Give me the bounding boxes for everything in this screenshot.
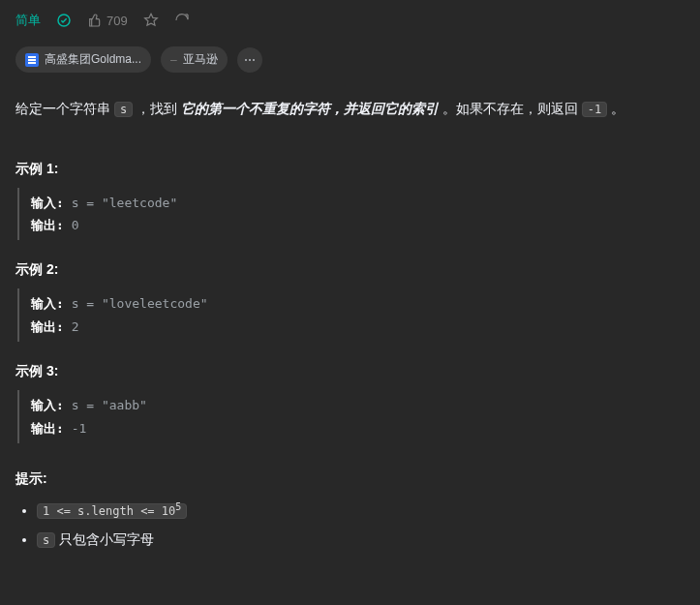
company-tag-goldman[interactable]: 高盛集团Goldma... xyxy=(15,46,151,73)
ellipsis-icon: ⋯ xyxy=(244,53,256,67)
example-title: 示例 1: xyxy=(15,161,685,178)
inline-code: s xyxy=(114,102,133,117)
hints-title: 提示: xyxy=(15,470,685,488)
top-bar: 简单 709 xyxy=(15,12,685,29)
more-tags-button[interactable]: ⋯ xyxy=(237,47,262,73)
example-block: 输入: s = "leetcode" 输出: 0 xyxy=(17,188,685,241)
example-block: 输入: s = "loveleetcode" 输出: 2 xyxy=(17,288,685,342)
favorite-button[interactable] xyxy=(143,13,159,28)
constraint-item: s 只包含小写字母 xyxy=(37,531,685,549)
inline-code: 1 <= s.length <= 105 xyxy=(37,503,187,519)
company-tag-amazon[interactable]: – 亚马逊 xyxy=(161,46,228,73)
like-count: 709 xyxy=(107,14,128,28)
company-tag-label: 高盛集团Goldma... xyxy=(45,51,141,68)
example-block: 输入: s = "aabb" 输出: -1 xyxy=(17,390,685,443)
solved-icon[interactable] xyxy=(56,13,72,28)
share-button[interactable] xyxy=(174,13,190,28)
inline-code: -1 xyxy=(582,102,607,117)
difficulty-label: 简单 xyxy=(15,12,41,29)
constraint-item: 1 <= s.length <= 105 xyxy=(37,501,685,518)
company-tag-label: 亚马逊 xyxy=(183,51,218,68)
dash-icon: – xyxy=(170,53,177,67)
example-title: 示例 3: xyxy=(15,363,685,380)
constraints-list: 1 <= s.length <= 105 s 只包含小写字母 xyxy=(15,501,685,549)
problem-description: 给定一个字符串 s ，找到 它的第一个不重复的字符，并返回它的索引 。如果不存在… xyxy=(15,96,685,122)
company-logo-icon xyxy=(25,53,39,67)
example-title: 示例 2: xyxy=(15,261,685,279)
like-button[interactable]: 709 xyxy=(87,13,128,28)
company-tags: 高盛集团Goldma... – 亚马逊 ⋯ xyxy=(15,46,685,73)
inline-code: s xyxy=(37,532,55,548)
